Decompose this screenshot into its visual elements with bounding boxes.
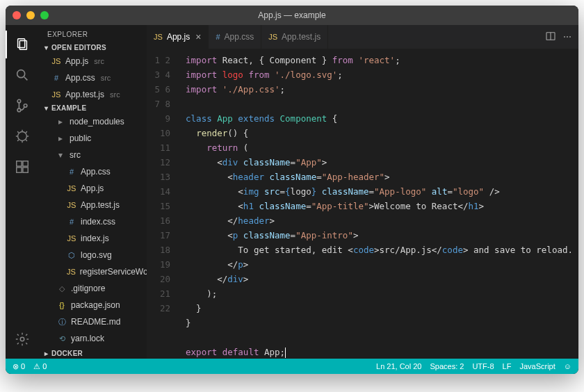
svg-rect-0 — [18, 39, 25, 48]
file-name: .gitignore — [71, 281, 105, 295]
file-icon: {} — [57, 298, 67, 312]
workspace-label: EXAMPLE — [51, 104, 86, 112]
docker-header[interactable]: ▸ DOCKER — [39, 348, 147, 359]
feedback-icon[interactable]: ☺ — [564, 362, 571, 370]
chevron-down-icon: ▾ — [42, 104, 51, 112]
file-path: src — [94, 54, 104, 68]
svg-rect-10 — [23, 168, 28, 172]
docker-label: DOCKER — [51, 350, 83, 357]
file-name: App.test.js — [81, 198, 120, 212]
file-name: App.js — [65, 54, 88, 68]
close-window-button[interactable] — [13, 11, 21, 19]
file-icon: JS — [51, 54, 61, 68]
open-editor-item[interactable]: #App.csssrc — [39, 70, 147, 86]
status-spaces[interactable]: Spaces: 2 — [430, 362, 464, 370]
more-actions-icon[interactable]: ⋯ — [563, 32, 571, 42]
file-name: index.css — [81, 215, 115, 229]
tab-label: App.css — [225, 32, 254, 42]
explorer-title: EXPLORER — [39, 25, 147, 42]
explorer-sidebar: EXPLORER ▾ OPEN EDITORS JSApp.jssrc#App.… — [39, 25, 147, 359]
svg-line-3 — [24, 77, 28, 81]
svg-rect-11 — [23, 161, 28, 166]
chevron-right-icon: ▸ — [57, 131, 64, 145]
file-icon: JS — [67, 198, 76, 212]
editor-tab[interactable]: JSApp.test.js — [261, 25, 328, 49]
status-warnings[interactable]: ⚠ 0 — [33, 362, 47, 371]
status-errors[interactable]: ⊗ 0 — [13, 362, 25, 371]
tab-label: App.js — [167, 32, 190, 42]
status-language[interactable]: JavaScript — [519, 362, 555, 370]
file-name: App.js — [81, 181, 104, 195]
editor-tab[interactable]: #App.css — [209, 25, 261, 49]
file-item[interactable]: JSregisterServiceWorker.js — [39, 263, 147, 280]
file-icon: # — [67, 215, 76, 229]
scm-activity-icon[interactable] — [6, 92, 39, 120]
file-item[interactable]: ⬡logo.svg — [39, 247, 147, 263]
file-item[interactable]: JSindex.js — [39, 230, 147, 247]
svg-point-6 — [24, 104, 27, 108]
editor-tab[interactable]: JSApp.js× — [147, 25, 209, 49]
file-icon: ⬡ — [67, 248, 76, 262]
file-path: src — [110, 88, 120, 101]
file-item[interactable]: ⓘREADME.md — [39, 313, 147, 330]
split-editor-icon[interactable] — [545, 31, 556, 44]
folder-name: public — [70, 131, 91, 145]
titlebar: App.js — example — [6, 6, 578, 25]
svg-rect-9 — [17, 168, 22, 172]
settings-activity-icon[interactable] — [6, 325, 39, 353]
file-name: index.js — [81, 231, 109, 245]
debug-activity-icon[interactable] — [6, 122, 39, 150]
open-editor-item[interactable]: JSApp.test.jssrc — [39, 86, 147, 103]
status-encoding[interactable]: UTF-8 — [472, 362, 494, 370]
svg-point-2 — [17, 70, 25, 78]
file-item[interactable]: #index.css — [39, 213, 147, 230]
svg-point-12 — [20, 337, 24, 341]
file-icon: JS — [268, 33, 277, 41]
file-icon: JS — [51, 88, 61, 101]
file-name: App.css — [65, 71, 95, 85]
file-name: App.css — [81, 165, 111, 179]
svg-point-7 — [18, 132, 27, 141]
file-icon: JS — [67, 181, 76, 195]
close-tab-icon[interactable]: × — [195, 31, 201, 42]
traffic-lights — [13, 11, 49, 19]
file-name: logo.svg — [81, 248, 112, 262]
code-content[interactable]: import React, { Component } from 'react'… — [180, 49, 578, 359]
folder-name: node_modules — [70, 115, 124, 129]
code-area[interactable]: 1 2 3 4 5 6 7 8 9 10 11 12 13 14 15 16 1… — [147, 49, 578, 359]
folder-item[interactable]: ▸public — [39, 130, 147, 147]
file-item[interactable]: JSApp.js — [39, 180, 147, 197]
folder-name: src — [70, 148, 81, 162]
status-cursor[interactable]: Ln 21, Col 20 — [376, 362, 421, 370]
file-item[interactable]: ◇.gitignore — [39, 280, 147, 297]
file-icon: ⟲ — [57, 332, 67, 345]
folder-item[interactable]: ▾src — [39, 147, 147, 163]
file-item[interactable]: {}package.json — [39, 297, 147, 313]
open-editor-item[interactable]: JSApp.jssrc — [39, 53, 147, 70]
main-layout: EXPLORER ▾ OPEN EDITORS JSApp.jssrc#App.… — [6, 25, 578, 359]
explorer-activity-icon[interactable] — [6, 31, 39, 58]
file-name: App.test.js — [65, 88, 104, 101]
workspace-header[interactable]: ▾ EXAMPLE — [39, 103, 147, 113]
open-editors-header[interactable]: ▾ OPEN EDITORS — [39, 42, 147, 53]
window-title: App.js — example — [258, 10, 325, 20]
maximize-window-button[interactable] — [40, 11, 49, 19]
line-number-gutter: 1 2 3 4 5 6 7 8 9 10 11 12 13 14 15 16 1… — [147, 49, 180, 359]
status-eol[interactable]: LF — [503, 362, 512, 370]
editor-actions: ⋯ — [538, 25, 578, 49]
chevron-down-icon: ▾ — [42, 44, 51, 51]
folder-item[interactable]: ▸node_modules — [39, 113, 147, 130]
minimize-window-button[interactable] — [26, 11, 35, 19]
svg-point-4 — [17, 99, 21, 103]
svg-rect-8 — [17, 161, 22, 166]
file-icon: # — [67, 165, 76, 179]
file-icon: # — [51, 71, 61, 85]
activity-bar — [6, 25, 39, 359]
file-item[interactable]: ⟲yarn.lock — [39, 330, 147, 347]
file-item[interactable]: JSApp.test.js — [39, 197, 147, 213]
statusbar: ⊗ 0 ⚠ 0 Ln 21, Col 20 Spaces: 2 UTF-8 LF… — [6, 359, 578, 374]
file-name: README.md — [71, 315, 120, 329]
search-activity-icon[interactable] — [6, 61, 39, 89]
file-item[interactable]: #App.css — [39, 163, 147, 180]
extensions-activity-icon[interactable] — [6, 153, 39, 181]
